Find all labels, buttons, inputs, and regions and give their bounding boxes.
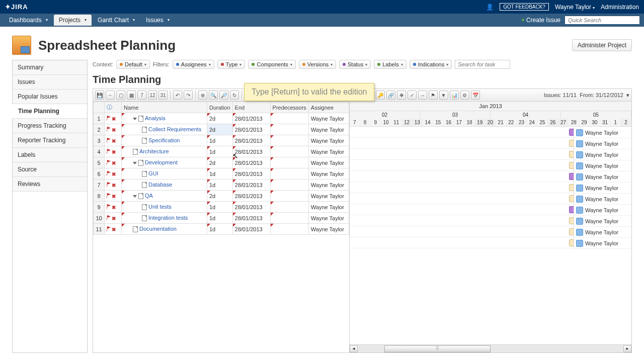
tool-check-icon[interactable]: ✓: [408, 90, 417, 100]
create-issue-button[interactable]: +Create Issue: [521, 17, 560, 24]
delete-icon: ✖: [112, 116, 117, 121]
context-label: Context:: [93, 61, 113, 67]
scroll-right-icon[interactable]: ►: [623, 345, 631, 352]
sidebar-item-popular-issues[interactable]: Popular Issues: [13, 89, 87, 104]
tool-next-icon[interactable]: →: [418, 90, 427, 100]
filter-assignees[interactable]: Assignees▾: [173, 60, 214, 69]
task-name[interactable]: QA: [145, 193, 153, 199]
tool-7-icon[interactable]: 7: [137, 90, 146, 100]
jira-logo[interactable]: ✦JIRA: [5, 3, 28, 11]
tool-zoom-fit-icon[interactable]: ⊕: [198, 90, 207, 100]
timeline-day: 20: [486, 119, 496, 126]
nav-projects[interactable]: Projects: [54, 15, 92, 26]
filter-status[interactable]: Status▾: [339, 60, 371, 69]
sidebar-item-reviews[interactable]: Reviews: [13, 177, 87, 192]
timeline-day: 2: [621, 119, 631, 126]
timeline-day: 22: [506, 119, 517, 126]
tool-flag-icon[interactable]: ⚑: [429, 90, 438, 100]
tool-gear-icon[interactable]: ⚙: [460, 90, 469, 100]
delete-icon: ✖: [112, 171, 117, 176]
filters-label: Filters:: [153, 61, 170, 67]
table-row[interactable]: 7✖Database1d28/01/2013Wayne Taylor: [94, 179, 349, 191]
sidebar-item-time-planning[interactable]: Time Planning: [12, 104, 87, 119]
tool-link-icon[interactable]: 🔗: [386, 90, 395, 100]
tool-grid-icon[interactable]: ▦: [127, 90, 136, 100]
table-row[interactable]: 11✖Documentation1d28/01/2013Wayne Taylor: [94, 224, 349, 235]
tool-zoom-out-icon[interactable]: 🔎: [219, 90, 228, 100]
edit-tooltip: Type [Return] to valid the edition: [244, 83, 374, 101]
table-row[interactable]: 1✖Analysis2d28/01/2013Wayne Taylor: [94, 113, 349, 124]
tool-redo-icon[interactable]: ↷: [184, 90, 193, 100]
tool-12-icon[interactable]: 12: [148, 90, 157, 100]
collapse-icon[interactable]: [133, 118, 137, 120]
sidebar-item-labels[interactable]: Labels: [13, 148, 87, 162]
table-row[interactable]: 8✖QA2d28/01/2013Wayne Taylor: [94, 191, 349, 202]
table-row[interactable]: 4✖Architecture1d28/01/2013Wayne Taylor: [94, 146, 349, 157]
task-name[interactable]: Architecture: [139, 148, 169, 154]
tool-calendar-icon[interactable]: 📅: [471, 90, 480, 100]
task-name[interactable]: Collect Requirements: [148, 126, 201, 132]
doc-icon: [142, 204, 147, 210]
feedback-button[interactable]: GOT FEEDBACK?: [500, 3, 549, 11]
tool-filter-icon[interactable]: ▼: [439, 90, 448, 100]
table-row[interactable]: 3✖Specification1d28/01/2013Wayne Taylor: [94, 135, 349, 146]
tool-zoom-in-icon[interactable]: 🔍: [209, 90, 218, 100]
task-search-input[interactable]: [455, 60, 510, 69]
filter-versions[interactable]: Versions▾: [299, 60, 336, 69]
collapse-icon[interactable]: [133, 195, 137, 198]
nav-issues[interactable]: Issues: [141, 15, 175, 26]
user-menu[interactable]: Wayne Taylor: [555, 4, 595, 11]
tool-export-icon[interactable]: 📊: [450, 90, 459, 100]
calendar-button-icon[interactable]: ▾: [626, 92, 629, 99]
filter-type[interactable]: Type▾: [217, 60, 246, 69]
context-dropdown[interactable]: Default▾: [116, 60, 150, 69]
task-name[interactable]: Database: [148, 182, 172, 188]
filter-indications[interactable]: Indications▾: [410, 60, 452, 69]
task-name[interactable]: Integration tests: [148, 215, 188, 221]
quick-search-input[interactable]: [565, 16, 640, 25]
avatar-icon: [576, 240, 583, 247]
task-name[interactable]: Analysis: [145, 115, 166, 121]
tool-key-icon[interactable]: 🔑: [376, 90, 385, 100]
tool-31-icon[interactable]: 31: [158, 90, 168, 100]
doc-icon: [142, 182, 147, 188]
tool-undo-icon[interactable]: ↶: [173, 90, 182, 100]
table-row[interactable]: 2✖Collect Requirements2d28/01/2013Wayne …: [94, 124, 349, 135]
filter-components[interactable]: Components▾: [248, 60, 295, 69]
task-name[interactable]: Unit tests: [148, 204, 172, 210]
nav-dashboards[interactable]: Dashboards: [4, 15, 53, 26]
horizontal-scrollbar[interactable]: ◄ ⠿ ►: [350, 344, 631, 352]
tool-move-icon[interactable]: ✥: [397, 90, 406, 100]
task-grid[interactable]: ⓘNameDurationEndPredecessorsAssignee1✖An…: [93, 102, 349, 235]
flag-icon: [107, 127, 111, 132]
tool-square-icon[interactable]: ▢: [116, 90, 125, 100]
timeline-day: 28: [569, 119, 579, 126]
collapse-icon[interactable]: [133, 162, 137, 164]
sidebar-item-reporter-tracking[interactable]: Reporter Tracking: [13, 133, 87, 148]
tool-minus-icon[interactable]: −: [106, 90, 115, 100]
sidebar-item-summary[interactable]: Summary: [13, 60, 87, 75]
table-row[interactable]: 9✖Unit tests1d28/01/2013Wayne Taylor: [94, 202, 349, 213]
filter-labels[interactable]: Labels▾: [374, 60, 406, 69]
task-name[interactable]: Documentation: [139, 226, 177, 232]
administer-project-button[interactable]: Administer Project: [572, 39, 632, 51]
task-name[interactable]: GUI: [148, 170, 158, 176]
table-row[interactable]: 10✖Integration tests1d28/01/2013Wayne Ta…: [94, 213, 349, 224]
task-name[interactable]: Specification: [148, 137, 180, 143]
avatar-icon: [576, 151, 583, 158]
sidebar-item-issues[interactable]: Issues: [13, 75, 87, 89]
table-row[interactable]: 6✖GUI1d28/01/2013Wayne Taylor: [94, 168, 349, 179]
tool-refresh-icon[interactable]: ↻: [230, 90, 239, 100]
task-name[interactable]: Development: [145, 159, 178, 165]
nav-gantt-chart[interactable]: Gantt Chart: [93, 15, 140, 26]
assignee-pane: Wayne TaylorWayne TaylorWayne TaylorWayn…: [574, 127, 631, 249]
administration-link[interactable]: Administration: [601, 4, 639, 11]
sidebar-item-progress-tracking[interactable]: Progress Tracking: [13, 119, 87, 133]
context-icon: [120, 63, 123, 66]
sidebar-item-source[interactable]: Source: [13, 162, 87, 177]
scroll-thumb[interactable]: ⠿: [384, 345, 491, 352]
table-row[interactable]: 5✖Development2d28/01/2013Wayne Taylor: [94, 157, 349, 168]
delete-icon: ✖: [112, 194, 117, 199]
scroll-left-icon[interactable]: ◄: [350, 345, 358, 352]
tool-save-icon[interactable]: 💾: [95, 90, 104, 100]
